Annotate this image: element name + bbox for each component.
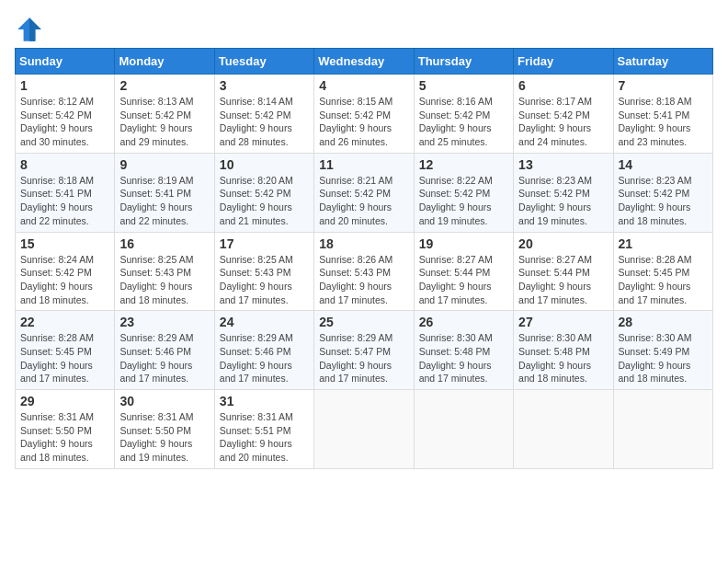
calendar-cell: 1Sunrise: 8:12 AMSunset: 5:42 PMDaylight…: [16, 75, 115, 154]
calendar-cell: 19Sunrise: 8:27 AMSunset: 5:44 PMDayligh…: [414, 232, 513, 311]
day-number: 17: [220, 236, 309, 251]
weekday-header: Wednesday: [314, 49, 414, 75]
weekday-header: Monday: [115, 49, 214, 75]
calendar-cell: 9Sunrise: 8:19 AMSunset: 5:41 PMDaylight…: [115, 153, 214, 232]
calendar-cell: 31Sunrise: 8:31 AMSunset: 5:51 PMDayligh…: [214, 390, 313, 469]
day-info: Sunrise: 8:25 AMSunset: 5:43 PMDaylight:…: [220, 253, 309, 307]
calendar-week-row: 29Sunrise: 8:31 AMSunset: 5:50 PMDayligh…: [16, 390, 713, 469]
day-number: 28: [619, 315, 708, 329]
calendar-week-row: 22Sunrise: 8:28 AMSunset: 5:45 PMDayligh…: [16, 311, 713, 390]
weekday-header: Tuesday: [214, 49, 313, 75]
calendar-cell: 11Sunrise: 8:21 AMSunset: 5:42 PMDayligh…: [314, 153, 414, 232]
day-number: 19: [419, 236, 508, 251]
day-info: Sunrise: 8:28 AMSunset: 5:45 PMDaylight:…: [20, 331, 109, 385]
day-number: 18: [319, 236, 408, 251]
calendar-cell: 5Sunrise: 8:16 AMSunset: 5:42 PMDaylight…: [414, 75, 513, 154]
day-number: 1: [20, 78, 109, 93]
day-info: Sunrise: 8:29 AMSunset: 5:47 PMDaylight:…: [319, 331, 408, 385]
day-info: Sunrise: 8:28 AMSunset: 5:45 PMDaylight:…: [619, 253, 708, 307]
calendar-cell: [414, 390, 513, 469]
weekday-header: Saturday: [613, 49, 712, 75]
day-info: Sunrise: 8:23 AMSunset: 5:42 PMDaylight:…: [518, 174, 608, 228]
day-number: 11: [319, 157, 408, 172]
calendar-week-row: 15Sunrise: 8:24 AMSunset: 5:42 PMDayligh…: [16, 232, 713, 311]
day-number: 13: [518, 157, 608, 172]
day-info: Sunrise: 8:19 AMSunset: 5:41 PMDaylight:…: [119, 174, 209, 228]
day-info: Sunrise: 8:27 AMSunset: 5:44 PMDaylight:…: [518, 253, 608, 307]
calendar-cell: 8Sunrise: 8:18 AMSunset: 5:41 PMDaylight…: [16, 153, 115, 232]
calendar-cell: 18Sunrise: 8:26 AMSunset: 5:43 PMDayligh…: [314, 232, 414, 311]
calendar-header-row: SundayMondayTuesdayWednesdayThursdayFrid…: [16, 49, 713, 75]
calendar-table: SundayMondayTuesdayWednesdayThursdayFrid…: [15, 48, 713, 469]
calendar-cell: 25Sunrise: 8:29 AMSunset: 5:47 PMDayligh…: [314, 311, 414, 390]
day-number: 10: [220, 157, 309, 172]
page-header: [15, 15, 713, 44]
calendar-week-row: 1Sunrise: 8:12 AMSunset: 5:42 PMDaylight…: [16, 75, 713, 154]
day-info: Sunrise: 8:27 AMSunset: 5:44 PMDaylight:…: [419, 253, 508, 307]
day-info: Sunrise: 8:18 AMSunset: 5:41 PMDaylight:…: [20, 174, 109, 228]
day-number: 20: [518, 236, 608, 251]
day-info: Sunrise: 8:17 AMSunset: 5:42 PMDaylight:…: [518, 95, 608, 149]
calendar-cell: 4Sunrise: 8:15 AMSunset: 5:42 PMDaylight…: [314, 75, 414, 154]
day-info: Sunrise: 8:24 AMSunset: 5:42 PMDaylight:…: [20, 253, 109, 307]
day-number: 27: [518, 315, 608, 329]
day-number: 12: [419, 157, 508, 172]
logo: [15, 15, 48, 44]
day-number: 5: [419, 78, 508, 93]
day-number: 31: [220, 394, 309, 408]
day-info: Sunrise: 8:21 AMSunset: 5:42 PMDaylight:…: [319, 174, 408, 228]
day-number: 9: [119, 157, 209, 172]
calendar-cell: 23Sunrise: 8:29 AMSunset: 5:46 PMDayligh…: [115, 311, 214, 390]
day-info: Sunrise: 8:31 AMSunset: 5:50 PMDaylight:…: [119, 410, 209, 465]
day-number: 8: [20, 157, 109, 172]
day-info: Sunrise: 8:18 AMSunset: 5:41 PMDaylight:…: [619, 95, 708, 149]
day-number: 15: [20, 236, 109, 251]
calendar-cell: 6Sunrise: 8:17 AMSunset: 5:42 PMDaylight…: [514, 75, 613, 154]
weekday-header: Thursday: [414, 49, 513, 75]
calendar-cell: [314, 390, 414, 469]
day-info: Sunrise: 8:31 AMSunset: 5:51 PMDaylight:…: [220, 410, 309, 465]
calendar-cell: 16Sunrise: 8:25 AMSunset: 5:43 PMDayligh…: [115, 232, 214, 311]
weekday-header: Sunday: [16, 49, 115, 75]
day-number: 7: [619, 78, 708, 93]
calendar-cell: 22Sunrise: 8:28 AMSunset: 5:45 PMDayligh…: [16, 311, 115, 390]
calendar-cell: 10Sunrise: 8:20 AMSunset: 5:42 PMDayligh…: [214, 153, 313, 232]
day-info: Sunrise: 8:25 AMSunset: 5:43 PMDaylight:…: [119, 253, 209, 307]
day-info: Sunrise: 8:14 AMSunset: 5:42 PMDaylight:…: [220, 95, 309, 149]
calendar-cell: 20Sunrise: 8:27 AMSunset: 5:44 PMDayligh…: [514, 232, 613, 311]
day-info: Sunrise: 8:26 AMSunset: 5:43 PMDaylight:…: [319, 253, 408, 307]
day-info: Sunrise: 8:23 AMSunset: 5:42 PMDaylight:…: [619, 174, 708, 228]
day-info: Sunrise: 8:31 AMSunset: 5:50 PMDaylight:…: [20, 410, 109, 465]
calendar-cell: 29Sunrise: 8:31 AMSunset: 5:50 PMDayligh…: [16, 390, 115, 469]
calendar-cell: 12Sunrise: 8:22 AMSunset: 5:42 PMDayligh…: [414, 153, 513, 232]
day-info: Sunrise: 8:30 AMSunset: 5:48 PMDaylight:…: [518, 331, 608, 385]
day-info: Sunrise: 8:30 AMSunset: 5:48 PMDaylight:…: [419, 331, 508, 385]
calendar-cell: 30Sunrise: 8:31 AMSunset: 5:50 PMDayligh…: [115, 390, 214, 469]
day-number: 6: [518, 78, 608, 93]
calendar-cell: 17Sunrise: 8:25 AMSunset: 5:43 PMDayligh…: [214, 232, 313, 311]
day-info: Sunrise: 8:16 AMSunset: 5:42 PMDaylight:…: [419, 95, 508, 149]
calendar-cell: 7Sunrise: 8:18 AMSunset: 5:41 PMDaylight…: [613, 75, 712, 154]
calendar-cell: 2Sunrise: 8:13 AMSunset: 5:42 PMDaylight…: [115, 75, 214, 154]
day-info: Sunrise: 8:12 AMSunset: 5:42 PMDaylight:…: [20, 95, 109, 149]
calendar-cell: 24Sunrise: 8:29 AMSunset: 5:46 PMDayligh…: [214, 311, 313, 390]
calendar-cell: 3Sunrise: 8:14 AMSunset: 5:42 PMDaylight…: [214, 75, 313, 154]
day-number: 16: [119, 236, 209, 251]
day-info: Sunrise: 8:15 AMSunset: 5:42 PMDaylight:…: [319, 95, 408, 149]
calendar-cell: 14Sunrise: 8:23 AMSunset: 5:42 PMDayligh…: [613, 153, 712, 232]
calendar-cell: [514, 390, 613, 469]
day-number: 25: [319, 315, 408, 329]
day-info: Sunrise: 8:29 AMSunset: 5:46 PMDaylight:…: [119, 331, 209, 385]
day-info: Sunrise: 8:29 AMSunset: 5:46 PMDaylight:…: [220, 331, 309, 385]
day-number: 26: [419, 315, 508, 329]
day-number: 23: [119, 315, 209, 329]
calendar-cell: 15Sunrise: 8:24 AMSunset: 5:42 PMDayligh…: [16, 232, 115, 311]
calendar-cell: 13Sunrise: 8:23 AMSunset: 5:42 PMDayligh…: [514, 153, 613, 232]
day-info: Sunrise: 8:13 AMSunset: 5:42 PMDaylight:…: [119, 95, 209, 149]
calendar-cell: 28Sunrise: 8:30 AMSunset: 5:49 PMDayligh…: [613, 311, 712, 390]
logo-icon: [15, 15, 44, 44]
day-number: 14: [619, 157, 708, 172]
day-number: 3: [220, 78, 309, 93]
day-number: 24: [220, 315, 309, 329]
day-info: Sunrise: 8:22 AMSunset: 5:42 PMDaylight:…: [419, 174, 508, 228]
